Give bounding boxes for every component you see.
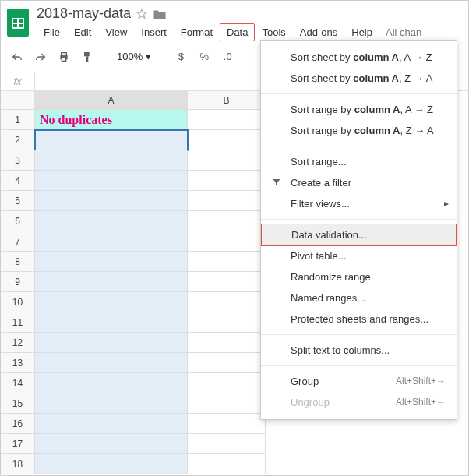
- row-header[interactable]: 4: [1, 171, 35, 191]
- menu-data-validation[interactable]: Data validation...: [261, 224, 457, 246]
- menu-create-filter[interactable]: Create a filter: [261, 172, 457, 193]
- menu-sort-range[interactable]: Sort range...: [261, 151, 457, 172]
- row-header[interactable]: 8: [1, 252, 35, 272]
- last-change-link[interactable]: All chan: [386, 26, 421, 38]
- cell[interactable]: [35, 373, 188, 393]
- cell[interactable]: [35, 211, 188, 231]
- menu-sort-sheet-az[interactable]: Sort sheet by column A, A → Z: [261, 47, 457, 68]
- menu-ungroup: UngroupAlt+Shift+←: [261, 392, 457, 413]
- decrease-decimal-button[interactable]: .0: [217, 47, 238, 67]
- cell[interactable]: [188, 434, 266, 454]
- sheets-logo-icon[interactable]: [7, 9, 29, 37]
- row-header[interactable]: 9: [1, 272, 35, 292]
- cell[interactable]: [35, 292, 188, 312]
- menu-insert[interactable]: Insert: [134, 23, 174, 41]
- cell[interactable]: [188, 231, 266, 252]
- menu-split-text[interactable]: Split text to columns...: [261, 340, 457, 361]
- cell[interactable]: [188, 252, 266, 272]
- cell[interactable]: [35, 434, 188, 454]
- menu-help[interactable]: Help: [344, 23, 379, 41]
- row-header[interactable]: 16: [1, 414, 35, 434]
- row-header[interactable]: 5: [1, 191, 35, 211]
- menu-data[interactable]: Data: [220, 23, 255, 41]
- menu-addons[interactable]: Add-ons: [293, 23, 344, 41]
- star-icon[interactable]: [136, 8, 148, 20]
- row-header[interactable]: 7: [1, 231, 35, 252]
- document-title[interactable]: 2018-may-data: [37, 5, 131, 22]
- cell[interactable]: [188, 312, 266, 333]
- menu-protected-sheets[interactable]: Protected sheets and ranges...: [261, 309, 457, 330]
- submenu-arrow-icon: ▸: [444, 198, 449, 209]
- row-header[interactable]: 18: [1, 454, 35, 474]
- format-currency-button[interactable]: $: [171, 47, 191, 67]
- menu-file[interactable]: File: [37, 23, 67, 41]
- menu-sort-range-za[interactable]: Sort range by column A, Z → A: [261, 120, 457, 141]
- menu-edit[interactable]: Edit: [67, 23, 98, 41]
- cell[interactable]: [188, 110, 266, 130]
- cell[interactable]: [188, 292, 266, 312]
- row-header[interactable]: 13: [1, 353, 35, 373]
- cell[interactable]: [188, 393, 266, 414]
- cell[interactable]: [35, 272, 188, 292]
- menu-format[interactable]: Format: [174, 23, 220, 41]
- menu-named-ranges[interactable]: Named ranges...: [261, 287, 457, 309]
- cell[interactable]: [35, 150, 188, 171]
- row-header[interactable]: 15: [1, 393, 35, 414]
- menu-sort-range-az[interactable]: Sort range by column A, A → Z: [261, 99, 457, 120]
- format-percent-button[interactable]: %: [194, 47, 214, 67]
- print-button[interactable]: [54, 47, 74, 67]
- row-header[interactable]: 6: [1, 211, 35, 231]
- row-header[interactable]: 2: [1, 130, 35, 150]
- menu-group[interactable]: GroupAlt+Shift+→: [261, 371, 457, 392]
- cell[interactable]: [188, 414, 266, 434]
- cell[interactable]: [188, 353, 266, 373]
- formula-bar-label: fx: [1, 72, 35, 90]
- cell[interactable]: [35, 231, 188, 252]
- column-header-b[interactable]: B: [188, 91, 266, 110]
- svg-rect-6: [62, 58, 65, 61]
- select-all-corner[interactable]: [1, 91, 35, 110]
- row-header[interactable]: 12: [1, 333, 35, 353]
- cell[interactable]: [188, 171, 266, 191]
- cell[interactable]: [188, 333, 266, 353]
- cell[interactable]: [188, 150, 266, 171]
- cell[interactable]: [35, 454, 188, 474]
- menu-filter-views[interactable]: Filter views...▸: [261, 193, 457, 214]
- row-header[interactable]: 3: [1, 150, 35, 171]
- menu-sort-sheet-za[interactable]: Sort sheet by column A, Z → A: [261, 68, 457, 89]
- row-header[interactable]: 1: [1, 110, 35, 130]
- cell[interactable]: [35, 393, 188, 414]
- cell[interactable]: [35, 414, 188, 434]
- menu-tools[interactable]: Tools: [255, 23, 292, 41]
- undo-button[interactable]: [7, 47, 27, 67]
- menu-bar: File Edit View Insert Format Data Tools …: [37, 23, 462, 41]
- row-header[interactable]: 10: [1, 292, 35, 312]
- cell[interactable]: [35, 333, 188, 353]
- menu-randomize-range[interactable]: Randomize range: [261, 266, 457, 287]
- cell[interactable]: [35, 171, 188, 191]
- cell[interactable]: [188, 211, 266, 231]
- svg-rect-8: [86, 56, 89, 62]
- paint-format-button[interactable]: [77, 47, 97, 67]
- row-header[interactable]: 17: [1, 434, 35, 454]
- column-header-a[interactable]: A: [35, 91, 188, 110]
- cell[interactable]: [188, 191, 266, 211]
- menu-pivot-table[interactable]: Pivot table...: [261, 245, 457, 266]
- folder-icon[interactable]: [153, 8, 167, 20]
- cell[interactable]: [35, 130, 188, 150]
- cell[interactable]: [35, 353, 188, 373]
- row-header[interactable]: 11: [1, 312, 35, 333]
- cell[interactable]: [35, 312, 188, 333]
- cell[interactable]: [188, 373, 266, 393]
- zoom-select[interactable]: 100%▾: [111, 51, 157, 62]
- row-header[interactable]: 14: [1, 373, 35, 393]
- cell[interactable]: [35, 252, 188, 272]
- cell[interactable]: [35, 191, 188, 211]
- cell[interactable]: [188, 454, 266, 474]
- cell[interactable]: [188, 272, 266, 292]
- cell[interactable]: No duplicates: [35, 110, 188, 130]
- cell[interactable]: [188, 130, 266, 150]
- redo-button[interactable]: [30, 47, 51, 67]
- data-menu-dropdown: Sort sheet by column A, A → Z Sort sheet…: [260, 40, 457, 420]
- menu-view[interactable]: View: [98, 23, 134, 41]
